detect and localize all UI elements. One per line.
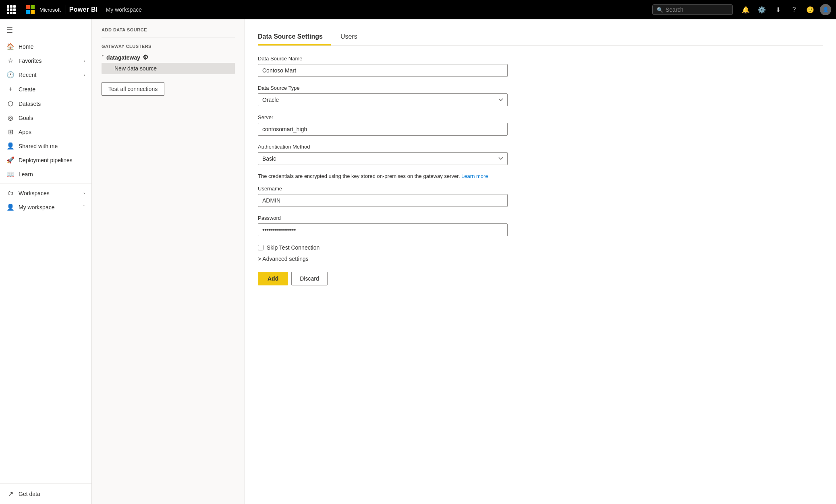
sidebar-item-datasets[interactable]: ⬡ Datasets [0, 97, 91, 111]
sidebar-item-label: Home [19, 43, 85, 50]
search-box[interactable]: 🔍 [652, 4, 733, 15]
content-area: ADD DATA SOURCE GATEWAY CLUSTERS ˅ datag… [92, 19, 836, 504]
credentials-note-text: The credentials are encrypted using the … [258, 173, 461, 179]
sidebar-item-label: Favorites [19, 58, 79, 64]
username-label: Username [258, 186, 823, 192]
waffle-menu[interactable] [5, 3, 18, 16]
sidebar-item-label: Recent [19, 72, 79, 78]
microsoft-label: Microsoft [39, 7, 61, 13]
recent-icon: 🕐 [6, 71, 15, 78]
sidebar-item-label: Deployment pipelines [19, 157, 85, 163]
search-icon: 🔍 [657, 7, 663, 13]
gateway-settings-icon: ⚙ [143, 54, 148, 61]
gateway-header[interactable]: ˅ datagateway ⚙ [102, 54, 235, 61]
help-icon[interactable]: ? [788, 3, 801, 16]
sidebar-item-label: My workspace [19, 204, 79, 211]
topnav-action-icons: 🔔 ⚙️ ⬇ ? 🙂 👤 [739, 3, 831, 16]
chevron-right-icon: › [83, 72, 85, 77]
search-input[interactable] [666, 6, 728, 13]
chevron-right-icon: › [83, 58, 85, 63]
tab-data-source-settings[interactable]: Data Source Settings [258, 29, 331, 45]
tab-users[interactable]: Users [340, 29, 365, 45]
sidebar-item-label: Shared with me [19, 143, 85, 149]
sidebar: ☰ 🏠 Home ☆ Favorites › 🕐 Recent › ＋ Crea… [0, 19, 92, 504]
username-input[interactable] [258, 194, 508, 207]
sidebar-item-deployment-pipelines[interactable]: 🚀 Deployment pipelines [0, 153, 91, 167]
datasource-name-label: Data Source Name [258, 56, 823, 62]
datasource-name-input[interactable] [258, 64, 508, 77]
datasource-type-group: Data Source Type Oracle SQL Server Analy… [258, 85, 823, 106]
sidebar-item-label: Get data [19, 491, 85, 497]
get-data-icon: ↗ [6, 490, 15, 498]
sidebar-divider [0, 184, 91, 184]
auth-method-select[interactable]: Basic Windows OAuth2 [258, 152, 508, 165]
my-workspace-icon: 👤 [6, 203, 15, 211]
sidebar-item-label: Workspaces [19, 190, 79, 196]
sidebar-item-goals[interactable]: ◎ Goals [0, 111, 91, 125]
sidebar-item-shared-with-me[interactable]: 👤 Shared with me [0, 139, 91, 153]
sidebar-item-get-data[interactable]: ↗ Get data [0, 487, 91, 501]
advanced-settings-toggle[interactable]: > Advanced settings [258, 256, 823, 262]
sidebar-item-label: Apps [19, 129, 85, 135]
datasource-name-group: Data Source Name [258, 56, 823, 77]
sidebar-item-learn[interactable]: 📖 Learn [0, 167, 91, 181]
sidebar-item-label: Create [19, 86, 85, 93]
gateway-name: datagateway [106, 54, 140, 61]
chevron-down-icon: ˇ [83, 205, 85, 210]
server-label: Server [258, 114, 823, 120]
two-panel-layout: ADD DATA SOURCE GATEWAY CLUSTERS ˅ datag… [92, 19, 836, 504]
workspaces-icon: 🗂 [6, 190, 15, 197]
sidebar-item-my-workspace[interactable]: 👤 My workspace ˇ [0, 200, 91, 214]
password-label: Password [258, 215, 823, 221]
sidebar-item-favorites[interactable]: ☆ Favorites › [0, 54, 91, 68]
goals-icon: ◎ [6, 114, 15, 122]
chevron-right-icon: › [83, 191, 85, 196]
add-button[interactable]: Add [258, 272, 288, 285]
sidebar-item-recent[interactable]: 🕐 Recent › [0, 68, 91, 82]
auth-method-label: Authentication Method [258, 144, 823, 150]
sidebar-item-apps[interactable]: ⊞ Apps [0, 125, 91, 139]
datasets-icon: ⬡ [6, 100, 15, 107]
sidebar-item-label: Goals [19, 115, 85, 121]
skip-test-label[interactable]: Skip Test Connection [267, 244, 319, 251]
sidebar-item-create[interactable]: ＋ Create [0, 82, 91, 97]
server-input[interactable] [258, 123, 508, 136]
notification-icon[interactable]: 🔔 [739, 3, 752, 16]
pipelines-icon: 🚀 [6, 156, 15, 164]
create-icon: ＋ [6, 85, 15, 93]
password-group: Password [258, 215, 823, 236]
workspace-label: My workspace [101, 6, 142, 13]
password-input[interactable] [258, 223, 508, 236]
left-panel: ADD DATA SOURCE GATEWAY CLUSTERS ˅ datag… [92, 19, 245, 504]
discard-button[interactable]: Discard [291, 272, 327, 285]
apps-icon: ⊞ [6, 128, 15, 136]
datasource-type-label: Data Source Type [258, 85, 823, 91]
server-group: Server [258, 114, 823, 136]
sidebar-hamburger[interactable]: ☰ [0, 23, 91, 38]
favorites-icon: ☆ [6, 57, 15, 64]
skip-test-row: Skip Test Connection [258, 244, 823, 251]
settings-icon[interactable]: ⚙️ [755, 3, 768, 16]
sidebar-item-workspaces[interactable]: 🗂 Workspaces › [0, 186, 91, 200]
action-buttons: Add Discard [258, 272, 823, 285]
gateway-chevron-icon: ˅ [102, 55, 104, 60]
feedback-icon[interactable]: 🙂 [804, 3, 817, 16]
new-datasource-item[interactable]: New data source [102, 63, 235, 74]
shared-icon: 👤 [6, 142, 15, 150]
skip-test-checkbox[interactable] [258, 245, 263, 250]
microsoft-logo: Microsoft [21, 5, 66, 14]
datasource-type-select[interactable]: Oracle SQL Server Analysis Services SAP … [258, 93, 508, 106]
download-icon[interactable]: ⬇ [772, 3, 784, 16]
credentials-note: The credentials are encrypted using the … [258, 173, 508, 179]
learn-more-link[interactable]: Learn more [461, 173, 488, 179]
sidebar-item-home[interactable]: 🏠 Home [0, 39, 91, 54]
test-all-connections-button[interactable]: Test all connections [102, 82, 164, 96]
sidebar-item-label: Learn [19, 171, 85, 178]
auth-method-group: Authentication Method Basic Windows OAut… [258, 144, 823, 165]
tabs-bar: Data Source Settings Users [258, 29, 823, 46]
user-avatar[interactable]: 👤 [820, 4, 831, 15]
advanced-settings-label: > Advanced settings [258, 256, 309, 262]
username-group: Username [258, 186, 823, 207]
right-panel: Data Source Settings Users Data Source N… [245, 19, 836, 504]
top-navigation: Microsoft Power BI My workspace 🔍 🔔 ⚙️ ⬇… [0, 0, 836, 19]
